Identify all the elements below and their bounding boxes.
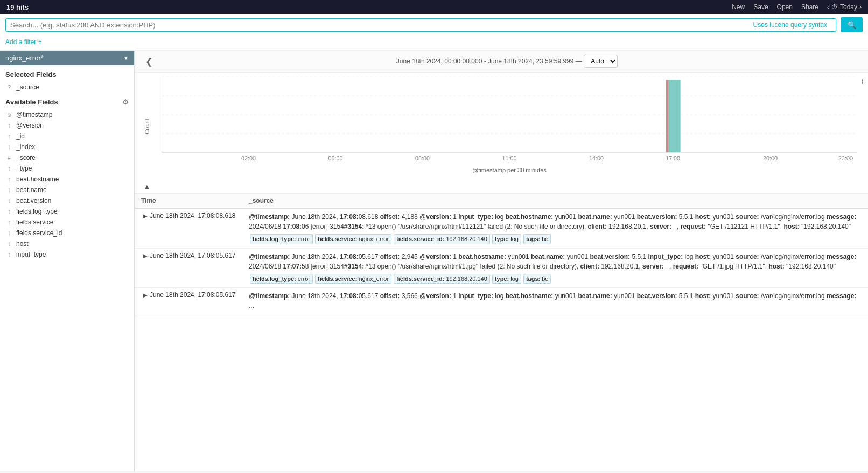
new-button[interactable]: New <box>732 3 745 11</box>
available-field-fields_log_type[interactable]: tfields.log_type <box>0 206 134 217</box>
share-button[interactable]: Share <box>801 3 818 11</box>
available-field-_id[interactable]: t_id <box>0 131 134 142</box>
index-selector[interactable]: nginx_error* ▼ <box>0 51 134 65</box>
field-name-label: beat.hostname <box>16 175 59 183</box>
source-text: @timestamp: June 18th 2024, 17:08:08.618… <box>249 212 862 231</box>
svg-rect-12 <box>666 80 668 152</box>
field-name-label: host <box>16 240 29 248</box>
table-row: ▶June 18th 2024, 17:08:05.617@timestamp:… <box>135 288 868 316</box>
available-field-input_type[interactable]: tinput_type <box>0 249 134 260</box>
svg-text:17:00: 17:00 <box>666 156 680 161</box>
today-button[interactable]: Today <box>840 3 857 11</box>
field-name-label: @version <box>16 122 44 129</box>
svg-text:08:00: 08:00 <box>415 156 430 161</box>
next-button[interactable]: › <box>859 3 862 11</box>
kv-badge[interactable]: fields.log_type: error <box>250 234 313 244</box>
sidebar: nginx_error* ▼ Selected Fields ? _source… <box>0 51 135 471</box>
content-area: ❮ June 18th 2024, 00:00:00.000 - June 18… <box>135 51 868 471</box>
expand-row-button[interactable]: ▶ <box>141 292 150 298</box>
histogram-svg: 20 15 10 5 0 02:00 05:00 08:00 11:00 14:… <box>162 77 857 163</box>
available-field-fields_service[interactable]: tfields.service <box>0 217 134 228</box>
field-type-badge: t <box>5 198 13 204</box>
gear-icon[interactable]: ⚙ <box>122 98 129 106</box>
available-field-fields_service_id[interactable]: tfields.service_id <box>0 228 134 238</box>
nav-controls: ‹ ⏱ Today › <box>827 3 862 11</box>
search-input[interactable] <box>10 21 753 29</box>
selected-fields-section: Selected Fields <box>0 65 134 82</box>
field-type-badge: t <box>5 133 13 139</box>
lucene-hint: Uses lucene query syntax <box>753 21 827 29</box>
field-name-label: beat.name <box>16 186 47 194</box>
y-axis-label: Count <box>144 118 150 134</box>
chart-prev-button[interactable]: ❮ <box>143 57 155 67</box>
selected-field-name: _source <box>16 83 39 91</box>
field-name-label: _type <box>16 165 32 172</box>
add-filter-link[interactable]: Add a filter + <box>5 38 42 46</box>
col-time-header: Time <box>135 194 242 208</box>
row-time: June 18th 2024, 17:08:05.617 <box>150 252 235 259</box>
svg-text:14:00: 14:00 <box>589 156 604 161</box>
svg-text:20:00: 20:00 <box>763 156 778 161</box>
table-row: ▶June 18th 2024, 17:08:08.618@timestamp:… <box>135 208 868 248</box>
available-field-_index[interactable]: t_index <box>0 142 134 152</box>
available-fields-list: ⊙@timestampt@versiont_idt_index#_scoret_… <box>0 109 134 260</box>
col-source-header: _source <box>242 194 868 208</box>
collapse-chart-button[interactable]: ⟨ <box>861 77 864 86</box>
available-field-host[interactable]: thost <box>0 238 134 249</box>
clock-icon: ⏱ <box>831 3 838 11</box>
kv-badge[interactable]: fields.service: nginx_error <box>315 274 391 284</box>
kv-badge[interactable]: fields.service_id: 192.168.20.140 <box>394 234 490 244</box>
kv-badge[interactable]: fields.log_type: error <box>250 274 313 284</box>
filter-row: Add a filter + <box>0 36 868 51</box>
field-type-badge: t <box>5 209 13 215</box>
available-field-_type[interactable]: t_type <box>0 163 134 174</box>
field-type-badge: t <box>5 252 13 258</box>
search-input-wrap[interactable]: Uses lucene query syntax <box>5 18 836 32</box>
kv-badge[interactable]: tags: be <box>523 234 551 244</box>
open-button[interactable]: Open <box>777 3 793 11</box>
available-fields-title: Available Fields <box>5 98 58 106</box>
available-field-beat_hostname[interactable]: tbeat.hostname <box>0 174 134 185</box>
available-field-@timestamp[interactable]: ⊙@timestamp <box>0 109 134 120</box>
row-source: @timestamp: June 18th 2024, 17:08:05.617… <box>242 248 868 288</box>
search-button[interactable]: 🔍 <box>841 17 863 32</box>
field-type-badge: # <box>5 155 13 161</box>
available-field-_score[interactable]: #_score <box>0 152 134 163</box>
source-text: @timestamp: June 18th 2024, 17:08:05.617… <box>249 291 862 310</box>
available-fields-section: Available Fields ⚙ <box>0 93 134 109</box>
available-field-beat_name[interactable]: tbeat.name <box>0 185 134 195</box>
interval-select[interactable]: Auto <box>584 55 618 68</box>
expand-row-button[interactable]: ▶ <box>141 253 150 259</box>
date-range-text: June 18th 2024, 00:00:00.000 - June 18th… <box>396 58 582 65</box>
kv-badge[interactable]: tags: be <box>523 274 551 284</box>
prev-button[interactable]: ‹ <box>827 3 829 11</box>
index-name: nginx_error* <box>5 54 44 62</box>
row-time: June 18th 2024, 17:08:05.617 <box>150 291 235 299</box>
field-name-label: input_type <box>16 251 46 258</box>
row-source: @timestamp: June 18th 2024, 17:08:05.617… <box>242 288 868 316</box>
field-name-label: @timestamp <box>16 111 53 118</box>
field-name-label: fields.log_type <box>16 208 58 215</box>
field-name-label: fields.service_id <box>16 229 62 237</box>
field-name-label: _score <box>16 154 36 161</box>
row-time: June 18th 2024, 17:08:08.618 <box>150 212 235 220</box>
field-type-badge: t <box>5 123 13 129</box>
kv-badge[interactable]: type: log <box>492 234 521 244</box>
kv-badge[interactable]: fields.service: nginx_error <box>315 234 391 244</box>
field-name-label: fields.service <box>16 218 53 226</box>
selected-field-source[interactable]: ? _source <box>0 82 134 93</box>
search-bar: Uses lucene query syntax 🔍 <box>0 14 868 36</box>
available-field-beat_version[interactable]: tbeat.version <box>0 195 134 206</box>
scroll-up-button[interactable]: ▲ <box>143 182 151 191</box>
available-field-@version[interactable]: t@version <box>0 120 134 131</box>
x-axis-label: @timestamp per 30 minutes <box>162 167 857 175</box>
kv-badge[interactable]: type: log <box>492 274 521 284</box>
row-source: @timestamp: June 18th 2024, 17:08:08.618… <box>242 208 868 248</box>
field-type-badge: t <box>5 166 13 172</box>
expand-row-button[interactable]: ▶ <box>141 213 150 219</box>
field-name-label: beat.version <box>16 197 51 204</box>
svg-text:23:00: 23:00 <box>838 156 853 161</box>
save-button[interactable]: Save <box>753 3 768 11</box>
kv-badge[interactable]: fields.service_id: 192.168.20.140 <box>394 274 490 284</box>
results-table: Time _source ▶June 18th 2024, 17:08:08.6… <box>135 194 868 316</box>
